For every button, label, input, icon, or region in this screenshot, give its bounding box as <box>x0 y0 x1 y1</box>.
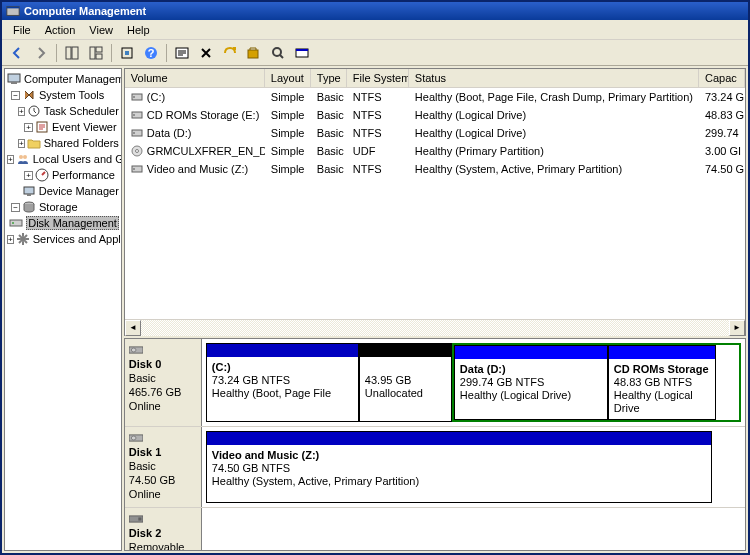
tree-item[interactable]: +Event Viewer <box>7 119 119 135</box>
back-button[interactable] <box>6 42 28 64</box>
volume-row[interactable]: GRMCULXFRER_EN_DVD (F:)SimpleBasicUDFHea… <box>125 142 745 160</box>
menu-view[interactable]: View <box>82 22 120 38</box>
tree-item[interactable]: +Shared Folders <box>7 135 119 151</box>
app-icon <box>6 4 20 18</box>
part-name: Video and Music (Z:) <box>212 449 706 462</box>
disk-info[interactable]: Disk 1Basic74.50 GBOnline <box>125 427 202 507</box>
expand-icon[interactable]: + <box>7 155 14 164</box>
svg-point-19 <box>19 155 23 159</box>
part-info: 74.50 GB NTFS <box>212 462 706 475</box>
tree-item[interactable]: +Local Users and Groups <box>7 151 119 167</box>
col-status[interactable]: Status <box>409 69 699 87</box>
settings-button[interactable] <box>171 42 193 64</box>
tree-services[interactable]: +Services and Applications <box>7 231 119 247</box>
disk-info[interactable]: Disk 2Removable (H:)No Media <box>125 508 202 551</box>
scroll-left-icon[interactable]: ◄ <box>125 320 141 336</box>
tree-diskmgmt[interactable]: Disk Management <box>7 215 119 231</box>
svg-point-31 <box>133 114 135 116</box>
tree-item[interactable]: Device Manager <box>7 183 119 199</box>
action-button-1[interactable] <box>219 42 241 64</box>
storage-icon <box>22 200 36 214</box>
col-capacity[interactable]: Capac <box>699 69 745 87</box>
removable-icon <box>129 514 143 524</box>
partition[interactable]: Data (D:)299.74 GB NTFSHealthy (Logical … <box>454 345 608 420</box>
col-filesystem[interactable]: File System <box>347 69 409 87</box>
svg-rect-4 <box>90 47 95 59</box>
action-button-3[interactable] <box>267 42 289 64</box>
expand-icon[interactable]: + <box>18 107 25 116</box>
volume-row[interactable]: CD ROMs Storage (E:)SimpleBasicNTFSHealt… <box>125 106 745 124</box>
col-layout[interactable]: Layout <box>265 69 311 87</box>
col-volume[interactable]: Volume <box>125 69 265 87</box>
volume-list[interactable]: (C:)SimpleBasicNTFSHealthy (Boot, Page F… <box>125 88 745 319</box>
vol-name: (C:) <box>147 91 165 103</box>
vol-name: Video and Music (Z:) <box>147 163 248 175</box>
expand-icon[interactable]: + <box>24 171 33 180</box>
partition[interactable]: (C:)73.24 GB NTFSHealthy (Boot, Page Fil… <box>206 343 359 422</box>
part-status: Healthy (Logical Drive <box>614 389 710 415</box>
volume-row[interactable]: Video and Music (Z:)SimpleBasicNTFSHealt… <box>125 160 745 178</box>
part-name: CD ROMs Storage <box>614 363 710 376</box>
part-info: 299.74 GB NTFS <box>460 376 602 389</box>
action-button-2[interactable] <box>243 42 265 64</box>
menu-action[interactable]: Action <box>38 22 83 38</box>
tree-systools[interactable]: − System Tools <box>7 87 119 103</box>
svg-rect-14 <box>296 49 308 51</box>
tree-item[interactable]: +Task Scheduler <box>7 103 119 119</box>
forward-button[interactable] <box>30 42 52 64</box>
svg-rect-11 <box>248 50 258 58</box>
computer-icon <box>7 72 21 86</box>
svg-point-12 <box>273 48 281 56</box>
drive-icon <box>131 163 143 175</box>
partition[interactable]: Video and Music (Z:)74.50 GB NTFSHealthy… <box>206 431 712 503</box>
device-icon <box>22 184 36 198</box>
expand-icon[interactable]: + <box>18 139 25 148</box>
svg-text:?: ? <box>148 47 155 59</box>
expand-icon[interactable]: + <box>7 235 14 244</box>
svg-rect-1 <box>7 7 19 9</box>
services-icon <box>16 232 30 246</box>
partition[interactable]: 43.95 GBUnallocated <box>359 343 452 422</box>
expand-icon[interactable]: + <box>24 123 33 132</box>
svg-point-37 <box>133 168 135 170</box>
tree-root[interactable]: Computer Management (Local) <box>7 71 119 87</box>
h-scrollbar[interactable]: ◄ ► <box>125 319 745 335</box>
col-type[interactable]: Type <box>311 69 347 87</box>
part-info: 73.24 GB NTFS <box>212 374 353 387</box>
part-status: Healthy (Boot, Page File <box>212 387 353 400</box>
disk-info[interactable]: Disk 0Basic465.76 GBOnline <box>125 339 202 426</box>
part-status: Healthy (System, Active, Primary Partiti… <box>212 475 706 488</box>
tree-storage[interactable]: −Storage <box>7 199 119 215</box>
volume-list-pane: Volume Layout Type File System Status Ca… <box>124 68 746 336</box>
volume-row[interactable]: Data (D:)SimpleBasicNTFSHealthy (Logical… <box>125 124 745 142</box>
part-status: Healthy (Logical Drive) <box>460 389 602 402</box>
part-info: 48.83 GB NTFS <box>614 376 710 389</box>
menu-help[interactable]: Help <box>120 22 157 38</box>
delete-button[interactable] <box>195 42 217 64</box>
action-button-4[interactable] <box>291 42 313 64</box>
cd-icon <box>131 145 143 157</box>
navigation-tree[interactable]: Computer Management (Local) − System Too… <box>4 68 122 551</box>
menu-file[interactable]: File <box>6 22 38 38</box>
properties-button[interactable] <box>85 42 107 64</box>
collapse-icon[interactable]: − <box>11 203 20 212</box>
disk-row: Disk 2Removable (H:)No Media <box>125 508 745 551</box>
partition[interactable]: CD ROMs Storage48.83 GB NTFSHealthy (Log… <box>608 345 716 420</box>
svg-rect-22 <box>24 187 34 194</box>
volume-row[interactable]: (C:)SimpleBasicNTFSHealthy (Boot, Page F… <box>125 88 745 106</box>
disk-graphic-pane[interactable]: Disk 0Basic465.76 GBOnline(C:)73.24 GB N… <box>124 338 746 551</box>
disk-icon <box>9 216 23 230</box>
collapse-icon[interactable]: − <box>11 91 20 100</box>
window-title: Computer Management <box>24 5 146 17</box>
svg-point-35 <box>135 150 138 153</box>
drive-icon <box>131 91 143 103</box>
disk-row: Disk 0Basic465.76 GBOnline(C:)73.24 GB N… <box>125 339 745 427</box>
tree-item[interactable]: +Performance <box>7 167 119 183</box>
svg-point-33 <box>133 132 135 134</box>
help-icon[interactable]: ? <box>140 42 162 64</box>
svg-rect-5 <box>96 47 102 52</box>
refresh-button[interactable] <box>116 42 138 64</box>
svg-rect-16 <box>11 82 17 84</box>
scroll-right-icon[interactable]: ► <box>729 320 745 336</box>
show-hide-button[interactable] <box>61 42 83 64</box>
